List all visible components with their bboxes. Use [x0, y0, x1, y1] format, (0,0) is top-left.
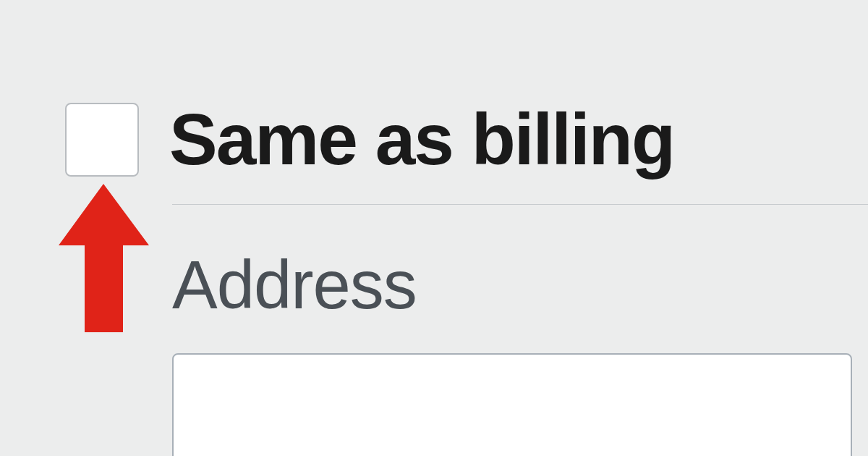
- address-input[interactable]: [172, 353, 852, 456]
- same-as-billing-label: Same as billing: [169, 98, 674, 181]
- section-divider: [172, 204, 868, 205]
- same-as-billing-row: Same as billing: [65, 98, 674, 181]
- address-label: Address: [172, 246, 868, 324]
- address-section: Address: [172, 246, 868, 456]
- annotation-arrow-icon: [59, 184, 149, 335]
- same-as-billing-checkbox[interactable]: [65, 103, 139, 177]
